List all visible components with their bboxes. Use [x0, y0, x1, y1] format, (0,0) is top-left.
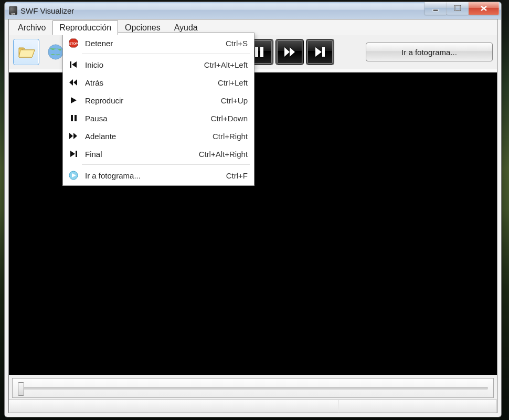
slider-track[interactable]	[18, 387, 488, 390]
goto-frame-label: Ir a fotograma...	[401, 48, 457, 57]
svg-rect-2	[455, 6, 460, 10]
globe-icon	[47, 44, 64, 60]
minimize-button[interactable]	[425, 2, 447, 15]
play-icon	[67, 96, 80, 104]
svg-rect-25	[76, 151, 77, 157]
toolbar-forward-button[interactable]	[276, 39, 303, 65]
rewind-icon	[67, 78, 80, 87]
svg-marker-16	[72, 61, 77, 68]
menu-item-goto[interactable]: Ir a fotograma... Ctrl+F	[64, 166, 253, 184]
menu-file[interactable]: Archivo	[11, 20, 52, 35]
goto-icon	[67, 171, 80, 180]
menu-item-forward[interactable]: Adelante Ctrl+Right	[64, 127, 253, 145]
skip-end-icon	[313, 45, 327, 59]
menu-playback[interactable]: Reproducción	[52, 20, 118, 35]
toolbar-next-button[interactable]	[306, 39, 334, 65]
menu-item-play[interactable]: Reproducir Ctrl+Up	[64, 91, 253, 109]
svg-rect-8	[260, 47, 263, 57]
menu-item-goto-label: Ir a fotograma...	[85, 171, 220, 180]
svg-marker-18	[73, 79, 77, 86]
menu-item-pause[interactable]: Pausa Ctrl+Down	[64, 109, 253, 127]
svg-marker-10	[290, 47, 295, 57]
stop-icon: STOP	[67, 38, 80, 48]
titlebar[interactable]: SWF Visualizer	[5, 2, 501, 19]
svg-marker-23	[73, 133, 77, 139]
skip-start-icon	[67, 60, 80, 69]
svg-marker-19	[71, 97, 77, 103]
svg-marker-24	[70, 151, 75, 157]
open-file-button[interactable]	[13, 39, 39, 65]
menu-item-back[interactable]: Atrás Ctrl+Left	[64, 74, 253, 91]
menu-item-first-label: Inicio	[85, 60, 198, 69]
menu-item-pause-shortcut: Ctrl+Down	[211, 114, 248, 123]
maximize-icon	[454, 5, 461, 12]
window-controls	[425, 2, 501, 15]
svg-rect-20	[71, 115, 73, 121]
close-icon	[480, 5, 488, 12]
svg-text:STOP: STOP	[69, 42, 78, 45]
svg-rect-15	[70, 61, 71, 68]
menu-item-forward-label: Adelante	[85, 132, 206, 141]
menu-item-pause-label: Pausa	[85, 114, 205, 123]
minimize-icon	[432, 5, 439, 12]
slider-thumb[interactable]	[18, 382, 24, 396]
close-button[interactable]	[469, 2, 499, 15]
app-icon	[9, 6, 17, 15]
svg-rect-1	[455, 6, 460, 10]
menu-item-stop[interactable]: STOP Detener Ctrl+S	[64, 34, 253, 52]
svg-marker-9	[284, 47, 290, 57]
timeline-slider[interactable]	[12, 378, 494, 398]
maximize-button[interactable]	[447, 2, 469, 15]
pause-icon	[67, 114, 80, 122]
skip-end-icon	[67, 150, 80, 158]
menu-separator	[82, 164, 250, 165]
svg-rect-12	[322, 47, 325, 57]
menu-item-play-shortcut: Ctrl+Up	[221, 96, 248, 105]
menu-item-last-label: Final	[85, 150, 193, 159]
menu-item-play-label: Reproducir	[85, 96, 215, 105]
status-bar	[9, 400, 497, 413]
menu-item-last-shortcut: Ctrl+Alt+Right	[199, 150, 248, 159]
app-window: SWF Visualizer Archivo Reproducción Opci…	[4, 2, 502, 417]
menu-item-stop-label: Detener	[85, 39, 219, 48]
svg-rect-7	[255, 47, 258, 57]
svg-marker-22	[69, 133, 73, 139]
menu-item-first-shortcut: Ctrl+Alt+Left	[204, 60, 248, 69]
menu-item-back-shortcut: Ctrl+Left	[218, 78, 248, 87]
fast-forward-icon	[283, 45, 296, 59]
svg-marker-11	[315, 47, 322, 57]
menu-item-first[interactable]: Inicio Ctrl+Alt+Left	[64, 56, 253, 74]
menu-item-last[interactable]: Final Ctrl+Alt+Right	[64, 145, 253, 163]
menu-item-goto-shortcut: Ctrl+F	[226, 171, 248, 180]
svg-rect-0	[433, 9, 438, 11]
goto-frame-button[interactable]: Ir a fotograma...	[366, 43, 493, 61]
menu-item-stop-shortcut: Ctrl+S	[226, 39, 248, 48]
svg-marker-17	[69, 79, 73, 86]
playback-menu-dropdown: STOP Detener Ctrl+S Inicio Ctrl+Alt+Left…	[62, 33, 254, 186]
fast-forward-icon	[67, 132, 80, 140]
svg-rect-21	[75, 115, 77, 121]
menu-separator	[82, 54, 250, 54]
status-left	[9, 400, 338, 413]
menu-item-forward-shortcut: Ctrl+Right	[213, 132, 248, 141]
status-right	[338, 400, 497, 413]
window-title: SWF Visualizer	[20, 6, 74, 15]
folder-open-icon	[17, 45, 35, 59]
menu-item-back-label: Atrás	[85, 78, 211, 87]
